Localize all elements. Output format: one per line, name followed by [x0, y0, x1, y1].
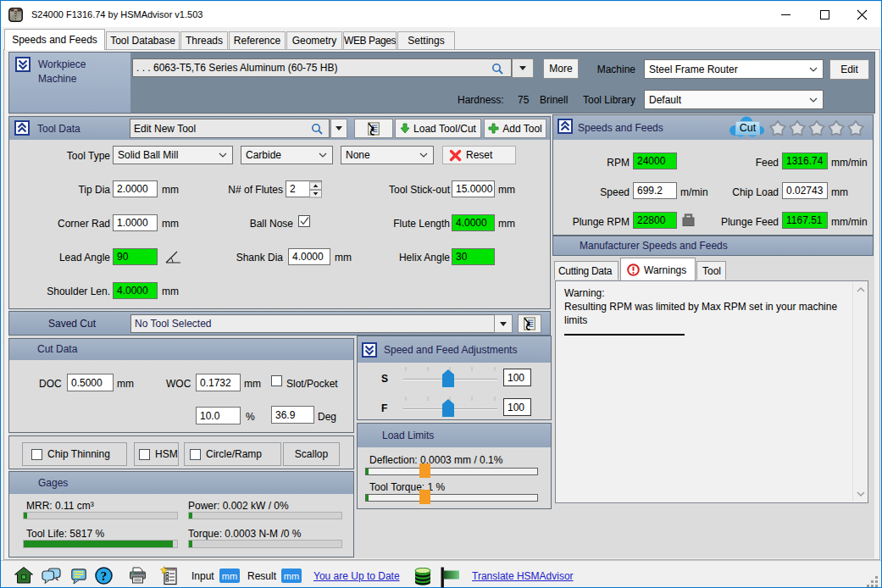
svg-text:Cut: Cut [740, 122, 757, 134]
svg-text:?: ? [101, 569, 108, 583]
